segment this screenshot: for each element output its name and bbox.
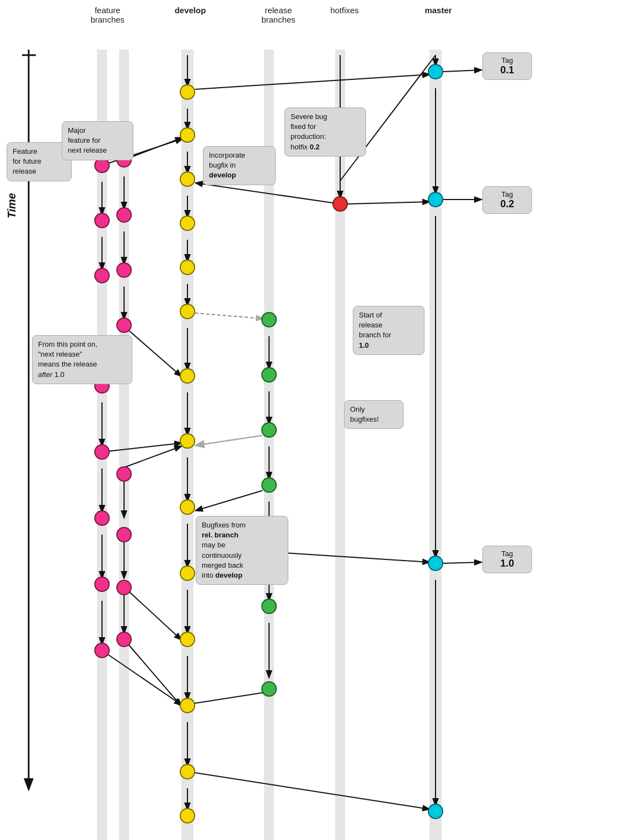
feature2-node-5 [116, 466, 132, 482]
develop-node-11 [180, 632, 195, 647]
release-node-6 [261, 599, 277, 614]
callout-bugfixes-merged: Bugfixes fromrel. branchmay becontinuous… [196, 516, 288, 585]
col-header-hotfixes: hotfixes [320, 6, 369, 15]
develop-node-5 [180, 260, 195, 275]
release-node-4 [261, 477, 277, 493]
callout-only-bugfixes: Onlybugfixes! [344, 400, 404, 429]
tag-box-02: Tag 0.2 [482, 186, 532, 214]
svg-line-60 [124, 446, 181, 467]
feature2-node-7 [116, 580, 132, 595]
callout-start-release: Start ofreleasebranch for1.0 [353, 306, 425, 355]
release-node-3 [261, 422, 277, 438]
feature2-node-3 [116, 262, 132, 278]
svg-line-66 [443, 562, 481, 563]
svg-line-62 [124, 587, 181, 639]
svg-line-51 [195, 313, 262, 319]
develop-node-3 [180, 171, 195, 187]
svg-line-53 [196, 435, 262, 445]
develop-node-1 [180, 84, 195, 100]
develop-node-12 [180, 698, 195, 713]
release-node-7 [261, 681, 277, 697]
col-header-release: releasebranches [248, 6, 309, 24]
svg-line-54 [196, 491, 262, 510]
develop-node-13 [180, 764, 195, 779]
svg-line-59 [102, 443, 181, 452]
col-header-master: master [416, 6, 460, 15]
feature1-node-3 [94, 268, 110, 283]
hotfix-node-1 [332, 196, 348, 212]
col-header-feature: featurebranches [77, 6, 138, 24]
develop-node-6 [180, 304, 195, 319]
master-node-4 [428, 804, 443, 819]
master-node-2 [428, 192, 443, 207]
svg-line-55 [187, 692, 269, 704]
callout-major-feature: Majorfeature fornext release [62, 121, 133, 160]
feature1-node-5 [94, 444, 110, 460]
time-label: Time [6, 193, 18, 218]
tag-label-01: Tag [491, 56, 524, 64]
feature2-node-4 [116, 317, 132, 333]
svg-line-57 [124, 639, 181, 706]
tag-box-10: Tag 1.0 [482, 546, 532, 573]
col-header-develop: develop [168, 6, 212, 15]
feature1-node-8 [94, 643, 110, 658]
svg-line-64 [443, 70, 481, 72]
develop-node-4 [180, 216, 195, 231]
release-node-1 [261, 312, 277, 327]
svg-line-52 [277, 552, 429, 562]
develop-node-10 [180, 566, 195, 581]
feature1-node-7 [94, 577, 110, 592]
callout-severe-bug: Severe bugfixed forproduction:hotfix 0.2 [284, 107, 366, 157]
tag-label-10: Tag [491, 550, 524, 558]
callout-next-release: From this point on,"next release"means t… [32, 335, 132, 384]
feature1-node-6 [94, 510, 110, 526]
svg-line-58 [124, 326, 181, 376]
develop-node-9 [180, 499, 195, 515]
tag-value-10: 1.0 [491, 558, 524, 569]
tag-value-01: 0.1 [491, 64, 524, 76]
develop-node-2 [180, 127, 195, 143]
tag-value-02: 0.2 [491, 198, 524, 210]
develop-node-14 [180, 808, 195, 823]
feature2-node-8 [116, 632, 132, 647]
svg-line-61 [195, 773, 429, 809]
release-node-2 [261, 367, 277, 383]
develop-node-8 [180, 433, 195, 449]
tag-box-01: Tag 0.1 [482, 52, 532, 80]
svg-line-50 [196, 183, 340, 204]
svg-line-48 [195, 74, 429, 89]
feature1-node-2 [94, 213, 110, 228]
diagram-container: featurebranches develop releasebranches … [0, 0, 634, 840]
svg-line-49 [348, 202, 429, 204]
develop-node-7 [180, 368, 195, 384]
master-node-1 [428, 64, 443, 79]
callout-incorporate-bugfix: Incorporatebugfix indevelop [203, 146, 276, 185]
svg-line-56 [102, 650, 181, 704]
tag-label-02: Tag [491, 190, 524, 198]
master-node-3 [428, 556, 443, 571]
feature2-node-6 [116, 527, 132, 542]
feature2-node-2 [116, 207, 132, 223]
